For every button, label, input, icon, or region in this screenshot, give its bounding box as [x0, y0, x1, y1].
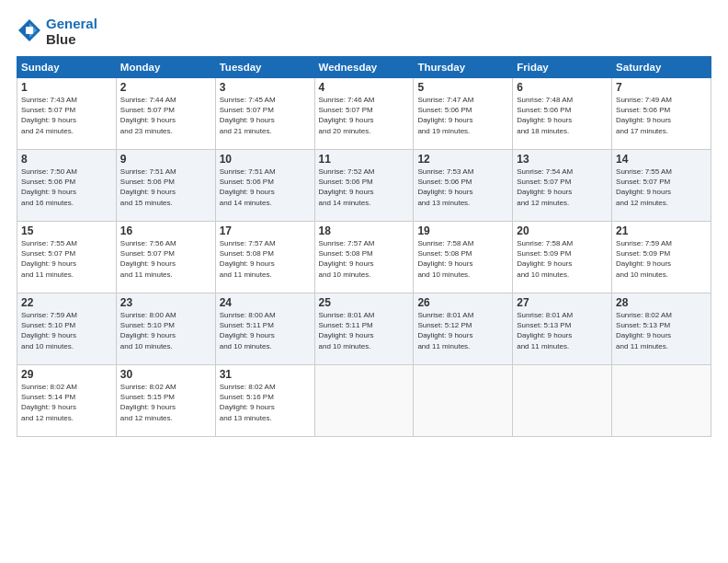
calendar-cell: 12Sunrise: 7:53 AM Sunset: 5:06 PM Dayli…: [414, 150, 513, 222]
calendar-cell: 14Sunrise: 7:55 AM Sunset: 5:07 PM Dayli…: [612, 150, 711, 222]
day-detail: Sunrise: 7:58 AM Sunset: 5:09 PM Dayligh…: [517, 238, 608, 280]
calendar-cell: 19Sunrise: 7:58 AM Sunset: 5:08 PM Dayli…: [414, 222, 513, 293]
day-number: 25: [319, 296, 410, 309]
calendar-cell: 11Sunrise: 7:52 AM Sunset: 5:06 PM Dayli…: [314, 150, 414, 222]
day-number: 18: [319, 224, 410, 237]
calendar-cell: 30Sunrise: 8:02 AM Sunset: 5:15 PM Dayli…: [116, 365, 215, 437]
calendar-cell: 3Sunrise: 7:45 AM Sunset: 5:07 PM Daylig…: [215, 78, 314, 150]
day-number: 4: [319, 81, 410, 94]
calendar-cell: 20Sunrise: 7:58 AM Sunset: 5:09 PM Dayli…: [513, 222, 612, 293]
calendar-cell: 23Sunrise: 8:00 AM Sunset: 5:10 PM Dayli…: [116, 293, 215, 365]
day-detail: Sunrise: 7:49 AM Sunset: 5:06 PM Dayligh…: [616, 95, 707, 136]
week-row-3: 15Sunrise: 7:55 AM Sunset: 5:07 PM Dayli…: [17, 222, 711, 293]
day-detail: Sunrise: 7:50 AM Sunset: 5:06 PM Dayligh…: [21, 167, 112, 208]
day-detail: Sunrise: 8:01 AM Sunset: 5:13 PM Dayligh…: [517, 310, 608, 351]
calendar-cell: [513, 365, 612, 437]
day-number: 31: [220, 368, 311, 381]
calendar-cell: 26Sunrise: 8:01 AM Sunset: 5:12 PM Dayli…: [414, 293, 513, 365]
day-detail: Sunrise: 7:43 AM Sunset: 5:07 PM Dayligh…: [21, 95, 112, 136]
day-detail: Sunrise: 7:59 AM Sunset: 5:10 PM Dayligh…: [21, 310, 112, 351]
day-number: 16: [120, 224, 211, 237]
column-header-friday: Friday: [513, 57, 612, 78]
calendar-cell: 24Sunrise: 8:00 AM Sunset: 5:11 PM Dayli…: [215, 293, 314, 365]
day-detail: Sunrise: 8:00 AM Sunset: 5:10 PM Dayligh…: [120, 310, 211, 351]
header: General Blue: [17, 17, 711, 47]
calendar-cell: 21Sunrise: 7:59 AM Sunset: 5:09 PM Dayli…: [612, 222, 711, 293]
day-number: 10: [220, 153, 311, 166]
day-detail: Sunrise: 7:45 AM Sunset: 5:07 PM Dayligh…: [220, 95, 311, 136]
day-detail: Sunrise: 8:02 AM Sunset: 5:13 PM Dayligh…: [616, 310, 707, 351]
day-number: 22: [21, 296, 112, 309]
day-number: 12: [417, 153, 508, 166]
day-number: 19: [417, 224, 508, 237]
day-number: 27: [517, 296, 608, 309]
day-number: 5: [417, 81, 508, 94]
calendar-cell: 15Sunrise: 7:55 AM Sunset: 5:07 PM Dayli…: [17, 222, 117, 293]
day-detail: Sunrise: 7:58 AM Sunset: 5:08 PM Dayligh…: [417, 238, 508, 280]
calendar-cell: 22Sunrise: 7:59 AM Sunset: 5:10 PM Dayli…: [17, 293, 117, 365]
day-detail: Sunrise: 7:57 AM Sunset: 5:08 PM Dayligh…: [319, 238, 410, 280]
calendar-table: SundayMondayTuesdayWednesdayThursdayFrid…: [17, 56, 711, 437]
calendar-cell: 1Sunrise: 7:43 AM Sunset: 5:07 PM Daylig…: [17, 78, 117, 150]
calendar-cell: 25Sunrise: 8:01 AM Sunset: 5:11 PM Dayli…: [314, 293, 414, 365]
day-detail: Sunrise: 7:46 AM Sunset: 5:07 PM Dayligh…: [319, 95, 410, 136]
week-row-2: 8Sunrise: 7:50 AM Sunset: 5:06 PM Daylig…: [17, 150, 711, 222]
day-detail: Sunrise: 7:47 AM Sunset: 5:06 PM Dayligh…: [417, 95, 508, 136]
calendar-cell: 5Sunrise: 7:47 AM Sunset: 5:06 PM Daylig…: [414, 78, 513, 150]
calendar-cell: 29Sunrise: 8:02 AM Sunset: 5:14 PM Dayli…: [17, 365, 117, 437]
calendar-cell: 16Sunrise: 7:56 AM Sunset: 5:07 PM Dayli…: [116, 222, 215, 293]
day-detail: Sunrise: 7:56 AM Sunset: 5:07 PM Dayligh…: [120, 238, 211, 280]
day-detail: Sunrise: 7:44 AM Sunset: 5:07 PM Dayligh…: [120, 95, 211, 136]
calendar-cell: [314, 365, 414, 437]
week-row-5: 29Sunrise: 8:02 AM Sunset: 5:14 PM Dayli…: [17, 365, 711, 437]
day-detail: Sunrise: 7:53 AM Sunset: 5:06 PM Dayligh…: [417, 167, 508, 208]
day-number: 29: [21, 368, 112, 381]
calendar-cell: 31Sunrise: 8:02 AM Sunset: 5:16 PM Dayli…: [215, 365, 314, 437]
calendar-page: General Blue SundayMondayTuesdayWednesda…: [0, 0, 728, 563]
calendar-cell: 7Sunrise: 7:49 AM Sunset: 5:06 PM Daylig…: [612, 78, 711, 150]
day-detail: Sunrise: 8:01 AM Sunset: 5:11 PM Dayligh…: [319, 310, 410, 351]
day-detail: Sunrise: 8:02 AM Sunset: 5:15 PM Dayligh…: [120, 382, 211, 423]
day-detail: Sunrise: 7:54 AM Sunset: 5:07 PM Dayligh…: [517, 167, 608, 208]
day-number: 17: [220, 224, 311, 237]
calendar-cell: 6Sunrise: 7:48 AM Sunset: 5:06 PM Daylig…: [513, 78, 612, 150]
column-header-tuesday: Tuesday: [215, 57, 314, 78]
week-row-4: 22Sunrise: 7:59 AM Sunset: 5:10 PM Dayli…: [17, 293, 711, 365]
calendar-cell: 10Sunrise: 7:51 AM Sunset: 5:06 PM Dayli…: [215, 150, 314, 222]
day-detail: Sunrise: 8:02 AM Sunset: 5:14 PM Dayligh…: [21, 382, 112, 423]
calendar-cell: 13Sunrise: 7:54 AM Sunset: 5:07 PM Dayli…: [513, 150, 612, 222]
day-detail: Sunrise: 7:55 AM Sunset: 5:07 PM Dayligh…: [21, 238, 112, 280]
week-row-1: 1Sunrise: 7:43 AM Sunset: 5:07 PM Daylig…: [17, 78, 711, 150]
calendar-cell: [612, 365, 711, 437]
day-number: 15: [21, 224, 112, 237]
day-number: 2: [120, 81, 211, 94]
day-number: 9: [120, 153, 211, 166]
day-detail: Sunrise: 7:57 AM Sunset: 5:08 PM Dayligh…: [220, 238, 311, 280]
logo-icon: [17, 17, 42, 43]
day-number: 24: [220, 296, 311, 309]
day-detail: Sunrise: 7:51 AM Sunset: 5:06 PM Dayligh…: [120, 167, 211, 208]
day-number: 23: [120, 296, 211, 309]
column-header-saturday: Saturday: [612, 57, 711, 78]
day-detail: Sunrise: 7:55 AM Sunset: 5:07 PM Dayligh…: [616, 167, 707, 208]
day-detail: Sunrise: 7:52 AM Sunset: 5:06 PM Dayligh…: [319, 167, 410, 208]
column-header-thursday: Thursday: [414, 57, 513, 78]
day-number: 8: [21, 153, 112, 166]
day-number: 21: [616, 224, 707, 237]
calendar-cell: 2Sunrise: 7:44 AM Sunset: 5:07 PM Daylig…: [116, 78, 215, 150]
day-number: 14: [616, 153, 707, 166]
calendar-cell: 27Sunrise: 8:01 AM Sunset: 5:13 PM Dayli…: [513, 293, 612, 365]
logo-text: General Blue: [46, 17, 97, 47]
day-number: 28: [616, 296, 707, 309]
day-detail: Sunrise: 8:02 AM Sunset: 5:16 PM Dayligh…: [220, 382, 311, 423]
day-detail: Sunrise: 8:00 AM Sunset: 5:11 PM Dayligh…: [220, 310, 311, 351]
day-number: 1: [21, 81, 112, 94]
day-number: 6: [517, 81, 608, 94]
calendar-cell: [414, 365, 513, 437]
svg-rect-2: [26, 27, 33, 34]
day-number: 3: [220, 81, 311, 94]
calendar-cell: 9Sunrise: 7:51 AM Sunset: 5:06 PM Daylig…: [116, 150, 215, 222]
day-number: 20: [517, 224, 608, 237]
day-number: 26: [417, 296, 508, 309]
calendar-cell: 4Sunrise: 7:46 AM Sunset: 5:07 PM Daylig…: [314, 78, 414, 150]
